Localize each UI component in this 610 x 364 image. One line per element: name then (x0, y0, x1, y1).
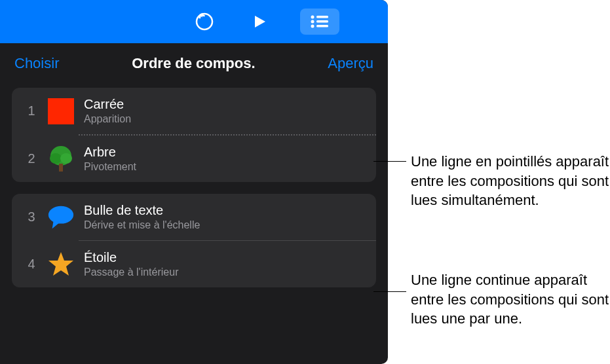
svg-point-3 (311, 16, 315, 19)
build-row[interactable]: 3 Bulle de texte Dérive et mise à l'éche… (12, 194, 376, 240)
row-effect: Pivotement (84, 161, 136, 173)
play-button[interactable] (245, 7, 274, 36)
svg-point-10 (50, 153, 62, 164)
row-title: Bulle de texte (84, 203, 200, 218)
row-title: Carrée (84, 97, 131, 112)
toolbar (0, 0, 388, 43)
list-icon (310, 14, 330, 29)
callouts: Une ligne en pointillés apparaît entre l… (388, 0, 610, 364)
callout-dotted: Une ligne en pointillés apparaît entre l… (411, 152, 610, 210)
undo-button[interactable] (190, 7, 219, 36)
build-row[interactable]: 4 Étoile Passage à l'intérieur (12, 241, 376, 287)
svg-point-5 (311, 20, 315, 24)
build-group: 1 Carrée Apparition 2 (12, 88, 376, 182)
row-title: Arbre (84, 145, 136, 160)
build-row[interactable]: 2 Arbre Pivotement (12, 136, 376, 182)
svg-marker-2 (255, 16, 265, 27)
row-effect: Dérive et mise à l'échelle (84, 219, 200, 231)
panel-title: Ordre de compos. (132, 55, 255, 72)
build-group: 3 Bulle de texte Dérive et mise à l'éche… (12, 194, 376, 287)
svg-rect-8 (316, 25, 328, 27)
choose-link[interactable]: Choisir (14, 55, 59, 72)
svg-marker-14 (52, 221, 60, 228)
build-row[interactable]: 1 Carrée Apparition (12, 88, 376, 134)
svg-point-7 (311, 25, 315, 28)
tree-icon (47, 145, 75, 173)
row-text: Bulle de texte Dérive et mise à l'échell… (84, 203, 200, 231)
row-title: Étoile (84, 250, 178, 265)
svg-rect-4 (316, 16, 328, 18)
row-text: Étoile Passage à l'intérieur (84, 250, 178, 278)
row-text: Arbre Pivotement (84, 145, 136, 173)
callout-line (373, 161, 406, 162)
row-number: 4 (22, 257, 41, 272)
row-number: 1 (22, 103, 41, 118)
svg-rect-12 (59, 164, 63, 172)
preview-link[interactable]: Aperçu (328, 55, 373, 72)
build-list: 1 Carrée Apparition 2 (0, 88, 388, 311)
build-order-panel: Choisir Ordre de compos. Aperçu 1 Carrée… (0, 0, 388, 364)
callout-solid: Une ligne continue apparaît entre les co… (411, 270, 610, 329)
subheader: Choisir Ordre de compos. Aperçu (0, 43, 388, 88)
row-effect: Passage à l'intérieur (84, 266, 178, 278)
svg-marker-15 (48, 252, 73, 276)
play-icon (252, 14, 267, 29)
square-icon (47, 98, 75, 125)
speech-icon (47, 204, 75, 231)
star-icon (47, 251, 75, 278)
svg-rect-6 (316, 20, 328, 23)
row-effect: Apparition (84, 113, 131, 125)
list-button[interactable] (300, 9, 339, 35)
svg-point-13 (48, 206, 73, 223)
row-number: 3 (22, 209, 41, 225)
undo-icon (195, 12, 214, 31)
svg-point-11 (60, 153, 72, 164)
callout-line (373, 291, 406, 292)
row-number: 2 (22, 151, 41, 166)
row-text: Carrée Apparition (84, 97, 131, 125)
